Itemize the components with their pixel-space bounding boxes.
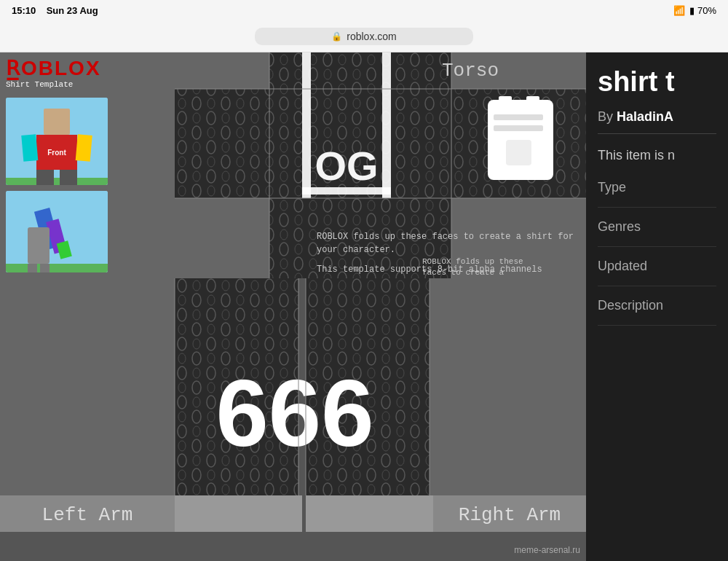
roblox-logo-container: R̲̲OBLOX Shirt Template xyxy=(6,58,169,89)
svg-rect-15 xyxy=(28,264,37,272)
arm-labels-bar: Left Arm Right Arm xyxy=(0,495,586,532)
svg-rect-38 xyxy=(506,140,531,165)
legs-area: 666 xyxy=(0,278,586,495)
legs-svg: 666 xyxy=(0,278,586,495)
svg-rect-6 xyxy=(76,134,92,162)
time-display: 15:10 Sun 23 Aug xyxy=(12,5,98,16)
time: 15:10 xyxy=(12,5,36,16)
shirt-bottom-section: 666 Left Arm xyxy=(0,278,586,532)
arm-labels-svg: Left Arm Right Arm xyxy=(0,495,586,532)
genres-label: Genres xyxy=(598,219,716,235)
creator-name: HaladinA xyxy=(617,109,673,124)
fold-text: ROBLOX folds up these faces to create a … xyxy=(317,230,586,256)
svg-rect-8 xyxy=(60,170,77,185)
svg-rect-29 xyxy=(302,52,311,198)
battery-icon: ▮ 70% xyxy=(689,5,716,16)
roblox-logo: R̲̲OBLOX xyxy=(6,58,169,79)
torso-label: Torso xyxy=(442,60,499,82)
svg-rect-26 xyxy=(175,89,269,198)
svg-rect-66 xyxy=(306,495,433,532)
left-column: R̲̲OBLOX Shirt Template xyxy=(0,52,175,278)
character-preview-svg-bottom xyxy=(6,191,108,272)
description-label: Description xyxy=(598,298,716,313)
svg-rect-64 xyxy=(175,495,302,532)
svg-rect-36 xyxy=(494,114,543,120)
character-preview-svg-top: Front xyxy=(6,98,108,185)
item-title: shirt t xyxy=(598,67,716,98)
right-panel: shirt t By HaladinA This item is n Type … xyxy=(586,52,728,561)
shirt-main-area: Torso xyxy=(175,52,586,278)
svg-rect-7 xyxy=(36,170,54,185)
3d-preview-top: Front xyxy=(6,98,108,185)
svg-text:Front: Front xyxy=(47,149,66,157)
watermark: meme-arsenal.ru xyxy=(514,545,580,555)
svg-rect-2 xyxy=(44,109,70,135)
updated-label: Updated xyxy=(598,259,716,274)
status-icons: 📶 ▮ 70% xyxy=(673,5,716,16)
svg-text:666: 666 xyxy=(216,360,374,466)
divider-1 xyxy=(598,133,716,134)
svg-text:OG: OG xyxy=(314,143,378,189)
svg-rect-1 xyxy=(6,178,108,185)
svg-rect-37 xyxy=(494,125,543,131)
svg-rect-10 xyxy=(6,264,108,272)
svg-text:Right Arm: Right Arm xyxy=(459,504,561,526)
svg-rect-14 xyxy=(28,227,50,264)
genres-row: Genres xyxy=(598,219,716,247)
date: Sun 23 Aug xyxy=(47,5,98,16)
3d-preview-bottom xyxy=(6,191,108,272)
alpha-text: This template supports 8-bit alpha chann… xyxy=(317,264,542,275)
type-row: Type xyxy=(598,180,716,208)
url-text: roblox.com xyxy=(347,31,396,42)
by-label: By xyxy=(598,109,613,124)
svg-rect-5 xyxy=(21,134,38,162)
svg-text:Left Arm: Left Arm xyxy=(42,504,133,526)
type-label: Type xyxy=(598,180,716,195)
wifi-icon: 📶 xyxy=(673,5,685,16)
svg-rect-35 xyxy=(526,96,539,111)
shirt-template-label: Shirt Template xyxy=(6,80,169,89)
svg-rect-65 xyxy=(302,495,306,532)
main-content: R̲̲OBLOX Shirt Template xyxy=(0,52,728,561)
not-for-sale-text: This item is n xyxy=(598,146,716,165)
updated-row: Updated xyxy=(598,259,716,286)
svg-rect-16 xyxy=(40,264,50,272)
lock-icon: 🔒 xyxy=(331,31,342,42)
address-bar[interactable]: 🔒 roblox.com xyxy=(255,28,473,45)
left-panel: R̲̲OBLOX Shirt Template xyxy=(0,52,586,561)
item-by: By HaladinA xyxy=(598,109,716,125)
shirt-top-section: R̲̲OBLOX Shirt Template xyxy=(0,52,586,278)
svg-rect-34 xyxy=(499,96,512,111)
browser-chrome: 🔒 roblox.com xyxy=(0,20,728,52)
description-row: Description xyxy=(598,298,716,326)
status-bar: 15:10 Sun 23 Aug 📶 ▮ 70% xyxy=(0,0,728,20)
svg-rect-30 xyxy=(382,52,391,198)
